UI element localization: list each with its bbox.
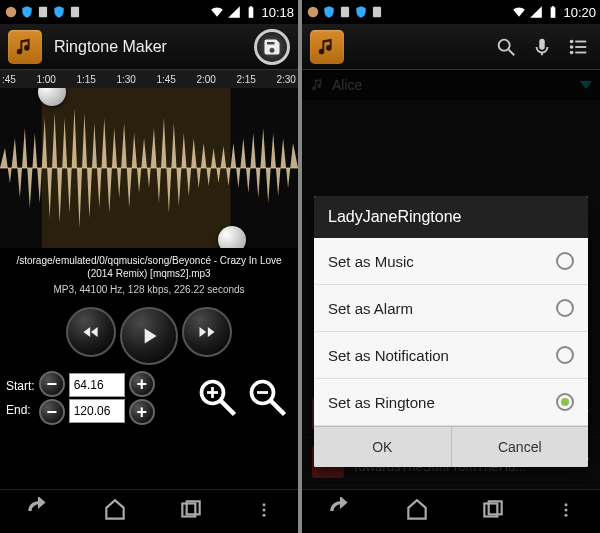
app-header: Ringtone Maker: [0, 24, 298, 70]
end-label: End:: [6, 403, 35, 417]
svg-point-30: [570, 45, 574, 49]
app-logo-icon: [310, 30, 344, 64]
play-button[interactable]: [120, 307, 178, 365]
start-label: Start:: [6, 379, 35, 393]
shield-icon: [354, 5, 368, 19]
signal-icon: [529, 5, 543, 19]
option-label: Set as Notification: [328, 347, 449, 364]
svg-rect-21: [341, 7, 349, 18]
file-path: /storage/emulated/0/qqmusic/song/Beyoncé…: [0, 248, 298, 282]
svg-line-9: [221, 401, 235, 415]
option-label: Set as Music: [328, 253, 414, 270]
cancel-button[interactable]: Cancel: [452, 427, 589, 467]
svg-line-26: [509, 49, 515, 55]
radio-icon: [556, 346, 574, 364]
svg-rect-29: [575, 40, 586, 42]
svg-point-25: [499, 39, 510, 50]
zoom-out-button[interactable]: [244, 374, 292, 422]
back-icon[interactable]: [327, 497, 353, 527]
ruler-tick: 1:15: [76, 74, 95, 85]
svg-point-18: [262, 508, 265, 511]
start-input[interactable]: [69, 373, 125, 397]
ruler-tick: 2:15: [236, 74, 255, 85]
rewind-button[interactable]: [66, 307, 116, 357]
svg-point-36: [564, 503, 567, 506]
ruler-tick: :45: [2, 74, 16, 85]
status-time: 10:20: [563, 5, 596, 20]
ruler-tick: 1:45: [156, 74, 175, 85]
option-alarm[interactable]: Set as Alarm: [314, 285, 588, 332]
end-minus-button[interactable]: −: [39, 399, 65, 425]
menu-icon[interactable]: [255, 501, 273, 523]
zoom-in-button[interactable]: [194, 374, 242, 422]
mic-icon[interactable]: [528, 33, 556, 61]
time-ruler: :45 1:00 1:15 1:30 1:45 2:00 2:15 2:30: [0, 70, 298, 88]
set-as-dialog: LadyJaneRingtone Set as Music Set as Ala…: [314, 196, 588, 467]
end-input[interactable]: [69, 399, 125, 423]
recent-icon[interactable]: [178, 497, 204, 527]
svg-point-28: [570, 39, 574, 43]
radio-icon: [556, 252, 574, 270]
start-minus-button[interactable]: −: [39, 371, 65, 397]
svg-point-19: [262, 513, 265, 516]
search-text: Alice: [332, 77, 362, 93]
svg-point-37: [564, 508, 567, 511]
globe-icon: [4, 5, 18, 19]
svg-rect-2: [71, 7, 79, 18]
svg-point-20: [308, 7, 319, 18]
forward-button[interactable]: [182, 307, 232, 357]
app-icon: [68, 5, 82, 19]
svg-rect-22: [373, 7, 381, 18]
app-header: [302, 24, 600, 70]
dropdown-icon[interactable]: [580, 81, 592, 89]
ruler-tick: 2:00: [196, 74, 215, 85]
home-icon[interactable]: [404, 497, 430, 527]
signal-icon: [227, 5, 241, 19]
app-icon: [370, 5, 384, 19]
battery-icon: [244, 5, 258, 19]
nav-bar: [302, 489, 600, 533]
svg-point-32: [570, 50, 574, 54]
option-ringtone[interactable]: Set as Ringtone: [314, 379, 588, 426]
app-logo-icon: [8, 30, 42, 64]
recent-icon[interactable]: [480, 497, 506, 527]
shield-icon: [322, 5, 336, 19]
nav-bar: [0, 489, 298, 533]
svg-point-0: [6, 7, 17, 18]
ruler-tick: 2:30: [276, 74, 295, 85]
shield-icon: [52, 5, 66, 19]
option-notification[interactable]: Set as Notification: [314, 332, 588, 379]
app-icon: [338, 5, 352, 19]
save-button[interactable]: [254, 29, 290, 65]
end-handle[interactable]: [218, 226, 246, 248]
start-plus-button[interactable]: +: [129, 371, 155, 397]
ok-button[interactable]: OK: [314, 427, 452, 467]
ruler-tick: 1:00: [36, 74, 55, 85]
waveform-display[interactable]: [0, 88, 298, 248]
svg-rect-1: [39, 7, 47, 18]
playback-controls: [0, 301, 298, 371]
status-bar: 10:18: [0, 0, 298, 24]
menu-icon[interactable]: [557, 501, 575, 523]
globe-icon: [306, 5, 320, 19]
svg-line-13: [271, 401, 285, 415]
status-bar: 10:20: [302, 0, 600, 24]
search-icon[interactable]: [492, 33, 520, 61]
filepath-line1: /storage/emulated/0/qqmusic/song/Beyoncé…: [16, 255, 281, 266]
wifi-icon: [512, 5, 526, 19]
option-label: Set as Ringtone: [328, 394, 435, 411]
svg-point-38: [564, 513, 567, 516]
option-music[interactable]: Set as Music: [314, 238, 588, 285]
battery-icon: [546, 5, 560, 19]
back-icon[interactable]: [25, 497, 51, 527]
svg-rect-23: [551, 7, 556, 17]
song-list: <unknown> ringtonesSweetChildOMineNotifi…: [302, 100, 600, 489]
option-label: Set as Alarm: [328, 300, 413, 317]
list-icon[interactable]: [564, 33, 592, 61]
svg-rect-24: [552, 6, 554, 8]
home-icon[interactable]: [102, 497, 128, 527]
end-plus-button[interactable]: +: [129, 399, 155, 425]
svg-rect-33: [575, 51, 586, 53]
radio-icon: [556, 299, 574, 317]
app-title: Ringtone Maker: [54, 38, 167, 56]
